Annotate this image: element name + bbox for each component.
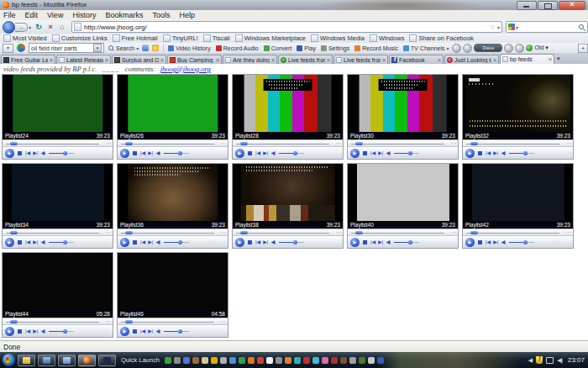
media-prev-button[interactable] — [452, 44, 461, 53]
volume-slider[interactable] — [49, 153, 74, 154]
previous-button[interactable] — [25, 238, 30, 247]
video-area[interactable] — [233, 75, 343, 132]
search-icon[interactable] — [578, 24, 585, 31]
addon-toolbar-item[interactable]: Record Music — [354, 45, 400, 51]
volume-thumb[interactable] — [523, 240, 528, 244]
url-text[interactable]: http://www.jhoog.org/ — [84, 24, 490, 31]
old-menu-button[interactable]: Old ▾ — [534, 45, 548, 51]
quick-launch-icon[interactable] — [276, 357, 282, 364]
menu-item[interactable]: Help — [179, 11, 195, 19]
next-button[interactable] — [33, 327, 38, 336]
volume-thumb[interactable] — [523, 151, 528, 155]
volume-slider[interactable] — [279, 153, 304, 154]
mute-icon[interactable] — [40, 149, 45, 158]
tab-close-icon[interactable] — [160, 57, 164, 63]
seek-track[interactable] — [6, 233, 99, 234]
volume-slider[interactable] — [509, 242, 534, 243]
video-area[interactable] — [233, 164, 343, 221]
seek-bar[interactable] — [3, 229, 113, 235]
seek-track[interactable] — [236, 144, 329, 145]
play-button[interactable] — [120, 149, 129, 158]
seek-bar[interactable] — [463, 229, 573, 235]
quick-launch-icon[interactable] — [359, 357, 365, 364]
list-all-tabs-button[interactable] — [557, 53, 560, 64]
tab[interactable]: Surplus and Outdo... — [112, 55, 166, 64]
next-button[interactable] — [493, 238, 498, 247]
video-area[interactable] — [348, 75, 458, 132]
video-area[interactable] — [118, 253, 228, 310]
addon-star-icon[interactable] — [152, 45, 159, 51]
addon-menu-button[interactable] — [3, 44, 13, 53]
previous-button[interactable] — [370, 149, 375, 158]
tab[interactable]: Just Looking tab (v... — [444, 55, 499, 64]
previous-button[interactable] — [25, 149, 30, 158]
next-button[interactable] — [148, 327, 153, 336]
media-play-button[interactable] — [463, 44, 472, 53]
quick-launch-icon[interactable] — [285, 357, 291, 364]
minimize-button[interactable] — [517, 1, 537, 10]
bookmark-item[interactable]: Most Visited — [3, 34, 47, 42]
chevron-down-icon[interactable] — [93, 44, 102, 52]
recent-pages-dropdown-icon[interactable] — [29, 24, 31, 30]
taskbar-app-button[interactable] — [38, 355, 55, 366]
next-button[interactable] — [493, 149, 498, 158]
tab[interactable]: Buy Camping chai... — [167, 55, 222, 64]
volume-thumb[interactable] — [63, 240, 67, 244]
bookmark-item[interactable]: Share on Facebook — [409, 34, 473, 42]
quick-launch-icon[interactable] — [322, 357, 328, 364]
stop-playback-button[interactable] — [18, 329, 22, 334]
quick-launch-icon[interactable] — [257, 357, 264, 364]
tab-close-icon[interactable] — [50, 57, 53, 63]
seek-bar[interactable] — [233, 229, 343, 235]
tab-close-icon[interactable] — [327, 57, 330, 63]
video-area[interactable] — [3, 75, 113, 132]
stop-playback-button[interactable] — [478, 240, 482, 244]
search-engine-icon[interactable] — [508, 24, 515, 30]
mute-icon[interactable] — [40, 327, 45, 336]
quick-launch-icon[interactable] — [220, 357, 227, 364]
addon-toolbar-item[interactable]: Record Audio — [216, 45, 260, 51]
mute-icon[interactable] — [40, 238, 45, 247]
volume-thumb[interactable] — [408, 151, 412, 155]
seek-bar[interactable] — [463, 139, 573, 146]
tab-close-icon[interactable] — [216, 57, 219, 63]
mute-icon[interactable] — [270, 149, 275, 158]
menu-item[interactable]: Edit — [25, 11, 39, 19]
previous-button[interactable] — [140, 149, 145, 158]
tab-close-icon[interactable] — [438, 57, 441, 63]
home-button[interactable] — [57, 22, 67, 32]
volume-thumb[interactable] — [63, 151, 67, 155]
mute-icon[interactable] — [386, 238, 390, 247]
tab[interactable]: Live feeds from re... — [278, 55, 333, 64]
volume-slider[interactable] — [164, 242, 189, 243]
menu-item[interactable]: Tools — [152, 11, 170, 19]
addon-toolbar-item[interactable]: Play — [297, 45, 318, 51]
seek-thumb[interactable] — [240, 231, 248, 234]
previous-button[interactable] — [25, 327, 30, 336]
taskbar-app-button[interactable] — [58, 355, 76, 366]
seek-bar[interactable] — [233, 139, 343, 146]
next-button[interactable] — [148, 238, 153, 247]
addon-toolbar-item[interactable]: Video History — [168, 45, 213, 51]
tab-close-icon[interactable] — [549, 56, 552, 62]
reload-button[interactable] — [34, 22, 44, 32]
tab[interactable]: Live feeds from Bo... — [333, 55, 388, 64]
tab[interactable]: Latest Releases: M... — [56, 55, 111, 64]
seek-thumb[interactable] — [10, 142, 18, 145]
url-bar[interactable]: http://www.jhoog.org/ — [71, 21, 502, 33]
quick-launch-icon[interactable] — [349, 357, 356, 364]
next-button[interactable] — [148, 149, 153, 158]
menu-item[interactable]: File — [3, 11, 16, 19]
back-button[interactable] — [3, 21, 15, 34]
next-button[interactable] — [378, 238, 383, 247]
seek-bar[interactable] — [118, 318, 228, 324]
bookmark-star-icon[interactable] — [490, 24, 496, 31]
mute-icon[interactable] — [501, 238, 505, 247]
seek-track[interactable] — [121, 233, 214, 234]
volume-slider[interactable] — [509, 153, 534, 154]
seek-track[interactable] — [121, 322, 214, 323]
bookmark-item[interactable]: Windows — [370, 34, 404, 42]
quick-launch-icon[interactable] — [183, 357, 190, 364]
seek-bar[interactable] — [3, 139, 113, 146]
quick-launch-icon[interactable] — [229, 357, 236, 364]
